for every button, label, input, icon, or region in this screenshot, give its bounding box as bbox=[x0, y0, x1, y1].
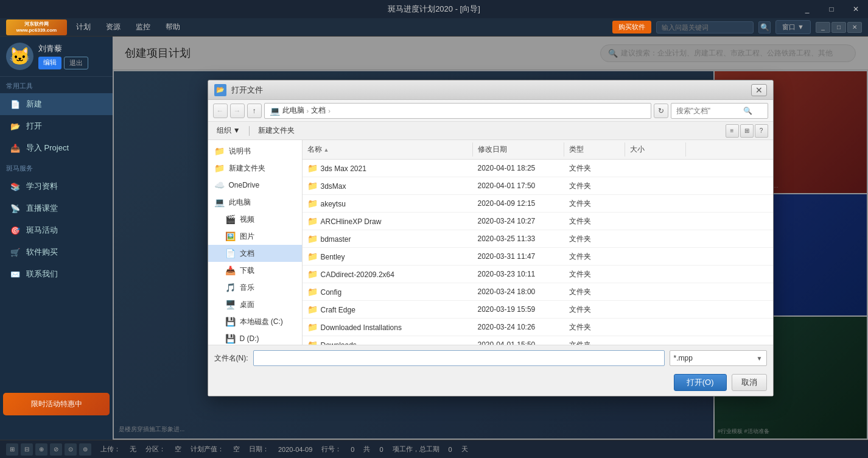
menu-item-monitor[interactable]: 监控 bbox=[130, 19, 156, 35]
left-item-music[interactable]: 🎵 音乐 bbox=[208, 279, 302, 296]
status-icon-4[interactable]: ⊘ bbox=[50, 443, 62, 456]
file-size-cell bbox=[625, 167, 686, 169]
window-menu-button[interactable]: 窗口 ▼ bbox=[775, 20, 811, 34]
sidebar-item-import[interactable]: 📥 导入 Project bbox=[0, 137, 113, 159]
menu-item-help[interactable]: 帮助 bbox=[159, 19, 186, 35]
status-icon-2[interactable]: ⊟ bbox=[21, 443, 33, 456]
table-row[interactable]: 📁Downloads 2020-04-01 15:50 文件夹 bbox=[303, 336, 773, 345]
status-icon-1[interactable]: ⊞ bbox=[6, 443, 18, 456]
separator-1 bbox=[249, 126, 250, 136]
filetype-select[interactable]: *.mpp ▼ bbox=[670, 350, 767, 366]
sidebar-item-buy[interactable]: 🛒 软件购买 bbox=[0, 241, 113, 263]
minimize-btn-menu[interactable]: _ bbox=[816, 22, 830, 33]
file-folder-icon: 📁 bbox=[307, 286, 318, 297]
file-dialog: 📂 打开文件 ✕ ← → ↑ 💻 此电脑 › 文档 › ↻ 🔍 bbox=[208, 80, 774, 396]
quit-button[interactable]: 退出 bbox=[64, 57, 88, 69]
sidebar-item-new[interactable]: 📄 新建 bbox=[0, 93, 113, 115]
dialog-search-input[interactable] bbox=[676, 107, 743, 115]
table-row[interactable]: 📁3ds Max 2021 2020-04-01 18:25 文件夹 bbox=[303, 160, 773, 177]
table-row[interactable]: 📁Craft Edge 2020-03-19 15:59 文件夹 bbox=[303, 301, 773, 319]
new-folder-button[interactable]: 新建文件夹 bbox=[254, 124, 298, 137]
file-folder-icon: 📁 bbox=[307, 269, 318, 280]
left-item-downloads[interactable]: 📥 下载 bbox=[208, 262, 302, 279]
close-btn-menu[interactable]: ✕ bbox=[847, 22, 862, 33]
view-help-button[interactable]: ? bbox=[755, 124, 768, 138]
sidebar-item-activity[interactable]: 🎯 斑马活动 bbox=[0, 219, 113, 241]
view-list-button[interactable]: ≡ bbox=[726, 124, 739, 138]
left-item-thispc[interactable]: 💻 此电脑 bbox=[208, 194, 302, 211]
nav-refresh-button[interactable]: ↻ bbox=[654, 104, 668, 118]
right-panel: 名称 ▲ 修改日期 类型 大小 📁3ds Max 2021 bbox=[303, 140, 773, 345]
sidebar-item-open[interactable]: 📂 打开 bbox=[0, 115, 113, 137]
filename-input[interactable] bbox=[253, 350, 665, 366]
search-button-top[interactable]: 🔍 bbox=[758, 21, 771, 33]
file-folder-icon: 📁 bbox=[307, 198, 318, 209]
file-rows-container: 📁3ds Max 2021 2020-04-01 18:25 文件夹 📁3dsM… bbox=[303, 160, 773, 345]
left-item-desktop[interactable]: 🖥️ 桌面 bbox=[208, 296, 302, 313]
dialog-titlebar: 📂 打开文件 ✕ bbox=[208, 80, 773, 100]
table-row[interactable]: 📁Config 2020-03-24 18:00 文件夹 bbox=[303, 283, 773, 301]
col-type-label: 类型 bbox=[569, 144, 584, 155]
nav-forward-button[interactable]: → bbox=[230, 104, 245, 118]
left-item-onedrive[interactable]: ☁️ OneDrive bbox=[208, 177, 302, 194]
dialog-close-button[interactable]: ✕ bbox=[751, 84, 767, 96]
status-icon-6[interactable]: ⊚ bbox=[79, 443, 91, 456]
restore-btn-menu[interactable]: □ bbox=[831, 22, 846, 33]
view-buttons: ≡ ⊞ ? bbox=[726, 124, 768, 138]
file-size-cell bbox=[625, 326, 686, 328]
col-header-size[interactable]: 大小 bbox=[625, 143, 686, 157]
dialog-title-text: 打开文件 bbox=[231, 85, 751, 96]
user-actions: 编辑 退出 bbox=[38, 57, 88, 69]
folder-img: 📁 bbox=[307, 269, 318, 279]
sidebar-label-contact: 联系我们 bbox=[26, 269, 58, 280]
breadcrumb-docs[interactable]: 文档 bbox=[311, 105, 326, 116]
search-input-top[interactable] bbox=[656, 21, 754, 33]
breadcrumb-bar: 💻 此电脑 › 文档 › bbox=[264, 103, 651, 119]
left-item-xinjian[interactable]: 📁 新建文件夹 bbox=[208, 160, 302, 177]
file-date-cell: 2020-03-24 18:00 bbox=[473, 286, 564, 297]
sidebar-label-buy: 软件购买 bbox=[26, 247, 58, 258]
left-item-pictures[interactable]: 🖼️ 图片 bbox=[208, 228, 302, 245]
left-item-localc[interactable]: 💾 本地磁盘 (C:) bbox=[208, 313, 302, 330]
nav-back-button[interactable]: ← bbox=[213, 104, 228, 118]
table-row[interactable]: 📁3dsMax 2020-04-01 17:50 文件夹 bbox=[303, 177, 773, 195]
table-row[interactable]: 📁Downloaded Installations 2020-03-24 10:… bbox=[303, 319, 773, 336]
menu-item-plan[interactable]: 计划 bbox=[70, 19, 97, 35]
close-button[interactable]: ✕ bbox=[844, 0, 868, 18]
sidebar-item-live[interactable]: 📡 直播课堂 bbox=[0, 197, 113, 219]
table-row[interactable]: 📁akeytsu 2020-04-09 12:15 文件夹 bbox=[303, 195, 773, 213]
minimize-button[interactable]: _ bbox=[795, 0, 819, 18]
file-name-cell: 📁akeytsu bbox=[303, 197, 473, 210]
organize-dropdown-button[interactable]: 组织 ▼ bbox=[213, 124, 244, 137]
left-item-videos[interactable]: 🎬 视频 bbox=[208, 211, 302, 228]
table-row[interactable]: 📁bdmaster 2020-03-25 11:33 文件夹 bbox=[303, 230, 773, 248]
breadcrumb-thispc[interactable]: 此电脑 bbox=[282, 105, 304, 116]
col-header-type[interactable]: 类型 bbox=[564, 143, 625, 157]
left-item-drived[interactable]: 💾 D (D:) bbox=[208, 330, 302, 345]
file-type-cell: 文件夹 bbox=[564, 339, 625, 345]
sidebar-item-contact[interactable]: ✉️ 联系我们 bbox=[0, 263, 113, 285]
restore-button[interactable]: □ bbox=[819, 0, 844, 18]
col-header-date[interactable]: 修改日期 bbox=[473, 143, 564, 157]
table-row[interactable]: 📁ARCHlineXP Draw 2020-03-24 10:27 文件夹 bbox=[303, 213, 773, 230]
menu-item-resource[interactable]: 资源 bbox=[100, 19, 127, 35]
status-icon-3[interactable]: ⊕ bbox=[35, 443, 47, 456]
buy-software-button[interactable]: 购买软件 bbox=[612, 21, 651, 33]
edit-profile-button[interactable]: 编辑 bbox=[38, 57, 61, 69]
user-name: 刘青藜 bbox=[38, 43, 88, 54]
view-details-button[interactable]: ⊞ bbox=[740, 124, 754, 138]
promo-button[interactable]: 限时活动特惠中 bbox=[3, 393, 110, 415]
left-item-shuoming[interactable]: 📁 说明书 bbox=[208, 143, 302, 160]
status-icon-5[interactable]: ⊙ bbox=[65, 443, 77, 456]
open-button[interactable]: 打开(O) bbox=[674, 374, 727, 391]
filetype-arrow: ▼ bbox=[757, 355, 763, 362]
date-value: 2020-04-09 bbox=[278, 446, 312, 453]
nav-up-button[interactable]: ↑ bbox=[247, 104, 262, 118]
cancel-button[interactable]: 取消 bbox=[732, 374, 767, 391]
table-row[interactable]: 📁CADdirect-20209.2x64 2020-03-23 10:11 文… bbox=[303, 266, 773, 283]
file-folder-icon: 📁 bbox=[307, 216, 318, 227]
left-item-docs[interactable]: 📄 文档 bbox=[208, 245, 302, 262]
table-row[interactable]: 📁Bentley 2020-03-31 11:47 文件夹 bbox=[303, 248, 773, 266]
col-header-name[interactable]: 名称 ▲ bbox=[303, 143, 473, 157]
sidebar-item-learn[interactable]: 📚 学习资料 bbox=[0, 175, 113, 197]
